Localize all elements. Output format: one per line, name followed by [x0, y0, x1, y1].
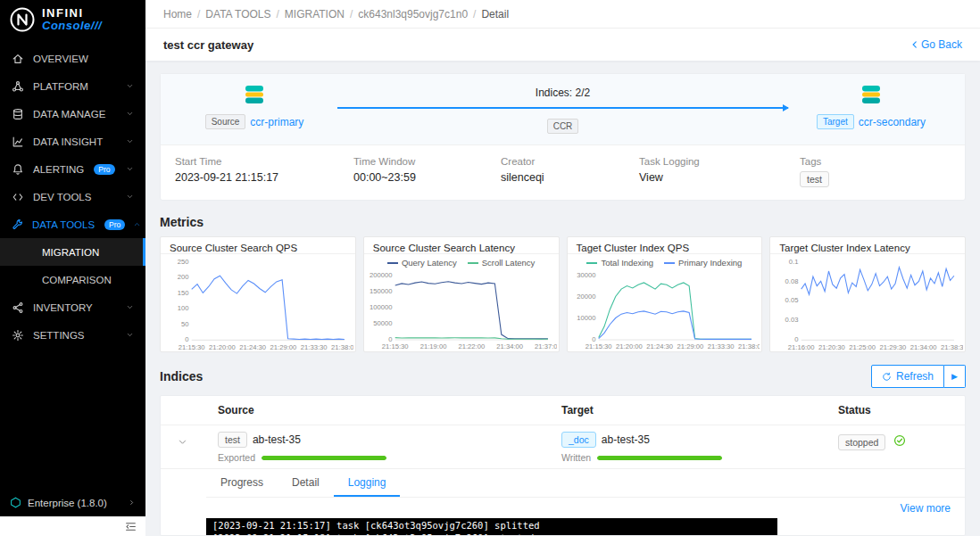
svg-text:21:15:30: 21:15:30 — [179, 343, 205, 351]
sidebar-item-label: ALERTING — [33, 164, 84, 175]
svg-text:21:37:00: 21:37:00 — [535, 343, 557, 351]
svg-text:0: 0 — [794, 335, 798, 343]
row-expand-chevron-icon[interactable] — [178, 434, 187, 450]
run-caret-button[interactable]: ▶ — [944, 365, 966, 388]
chevron-down-icon — [126, 165, 134, 173]
breadcrumb-separator: / — [277, 8, 279, 21]
sidebar-item-data-tools[interactable]: DATA TOOLS Pro — [0, 210, 145, 238]
status-badge: stopped — [838, 434, 885, 450]
svg-text:21:34:00: 21:34:00 — [496, 343, 523, 351]
sidebar-item-dev-tools[interactable]: DEV TOOLS — [0, 183, 145, 210]
svg-text:21:15:30: 21:15:30 — [382, 343, 409, 351]
svg-text:100: 100 — [178, 304, 189, 312]
log-console[interactable]: [2023-09-21 21:15:17] task [ck643ot3q95o… — [206, 518, 777, 535]
svg-text:150: 150 — [178, 289, 189, 297]
tab-progress[interactable]: Progress — [206, 469, 278, 497]
svg-text:20000: 20000 — [577, 293, 595, 301]
sidebar-collapse-bar — [0, 516, 145, 536]
pro-badge: Pro — [94, 164, 114, 175]
svg-text:21:29:30: 21:29:30 — [880, 343, 907, 351]
view-more-link[interactable]: View more — [901, 502, 951, 515]
tab-logging[interactable]: Logging — [334, 469, 401, 497]
database-icon — [12, 107, 25, 120]
indices-table-card: Source Target Status test ab-test-35 — [160, 395, 966, 536]
check-circle-icon — [893, 434, 906, 450]
page-title: test ccr gateway — [163, 38, 253, 52]
sidebar-item-migration[interactable]: MIGRATION — [0, 238, 145, 266]
tab-detail[interactable]: Detail — [278, 469, 334, 497]
go-back-button[interactable]: Go Back — [910, 38, 962, 51]
chart-plot: 05010015020025021:15:3021:20:0021:24:302… — [161, 254, 355, 351]
page-header: test ccr gateway Go Back — [145, 29, 980, 61]
view-logging-link[interactable]: View — [639, 171, 800, 184]
breadcrumb-home[interactable]: Home — [163, 8, 192, 21]
sidebar-item-comparison[interactable]: COMPARISON — [0, 266, 145, 293]
svg-text:21:16:00: 21:16:00 — [788, 343, 815, 351]
chart-title: Source Cluster Search Latency — [364, 237, 559, 254]
chart-plot: 05000010000015000020000021:15:3021:19:00… — [364, 268, 559, 351]
svg-text:21:38:00: 21:38:00 — [331, 343, 353, 351]
sidebar-item-overview[interactable]: OVERVIEW — [0, 45, 145, 72]
svg-text:100000: 100000 — [370, 303, 392, 311]
breadcrumb: Home / DATA TOOLS / MIGRATION / ck643nl3… — [145, 0, 980, 29]
play-icon: ▶ — [951, 372, 958, 381]
refresh-button-group: Refresh ▶ — [871, 365, 966, 388]
svg-text:21:38:30: 21:38:30 — [941, 343, 963, 351]
sidebar-nav: OVERVIEW PLATFORM DATA MANAGE DATA INSIG… — [0, 39, 145, 489]
sidebar-item-platform[interactable]: PLATFORM — [0, 72, 145, 100]
sidebar-item-label: INVENTORY — [33, 302, 93, 313]
sidebar-item-settings[interactable]: SETTINGS — [0, 321, 145, 349]
sidebar-item-data-insight[interactable]: DATA INSIGHT — [0, 128, 145, 155]
infini-logo-icon — [9, 6, 36, 33]
svg-text:21:22:00: 21:22:00 — [458, 343, 485, 351]
chart-plot: 00.030.050.080.121:16:0021:20:3021:25:00… — [770, 254, 965, 351]
metrics-section-title: Metrics — [160, 215, 966, 229]
breadcrumb-separator: / — [197, 8, 200, 21]
table-header: Source Target Status — [161, 396, 965, 425]
info-start-time: Start Time 2023-09-21 21:15:17 — [175, 156, 353, 187]
log-line: [2023-09-21 21:15:18] task [ck643ot3q95o… — [212, 532, 771, 536]
enterprise-version[interactable]: Enterprise (1.8.0) — [0, 489, 145, 516]
svg-text:10000: 10000 — [577, 314, 595, 322]
exported-label: Exported — [218, 452, 255, 463]
sidebar-item-alerting[interactable]: ALERTING Pro — [0, 155, 145, 183]
target-cluster-link[interactable]: ccr-secondary — [859, 116, 926, 128]
chart-icon — [12, 135, 25, 148]
source-cluster: Source ccr-primary — [196, 83, 312, 129]
collapse-menu-icon[interactable] — [125, 521, 137, 532]
home-icon — [12, 52, 25, 65]
chevron-down-icon — [126, 331, 134, 339]
breadcrumb-migration[interactable]: MIGRATION — [285, 8, 345, 21]
indices-progress-label: Indices: 2/2 — [536, 87, 590, 99]
chart-source-search-latency: Source Cluster Search Latency Query Late… — [363, 236, 560, 352]
svg-text:21:38:00: 21:38:00 — [738, 343, 760, 351]
sidebar-item-label: COMPARISON — [42, 275, 112, 285]
column-status: Status — [824, 404, 965, 416]
arrowhead — [783, 104, 789, 111]
main-area: Home / DATA TOOLS / MIGRATION / ck643nl3… — [145, 0, 980, 536]
brand-line1: INFINI — [42, 7, 102, 20]
breadcrumb-task-id[interactable]: ck643nl3q95ovjg7c1n0 — [358, 8, 468, 21]
chart-legend: Total IndexingPrimary Indexing — [568, 254, 762, 268]
breadcrumb-data-tools[interactable]: DATA TOOLS — [205, 8, 270, 21]
brand-logo[interactable]: INFINI Console/// — [0, 0, 145, 39]
sidebar-item-label: OVERVIEW — [33, 54, 88, 64]
chevron-up-icon — [133, 220, 141, 228]
source-cluster-link[interactable]: ccr-primary — [250, 116, 303, 128]
sidebar-item-label: DATA INSIGHT — [33, 136, 103, 147]
breadcrumb-separator: / — [473, 8, 476, 21]
sidebar-item-data-manage[interactable]: DATA MANAGE — [0, 100, 145, 128]
replication-diagram: Source ccr-primary Indices: 2/2 CCR — [161, 74, 965, 144]
row-status-cell: stopped — [824, 432, 965, 463]
source-badge: Source — [205, 114, 246, 129]
chevron-down-icon — [126, 137, 134, 145]
replication-flow: Indices: 2/2 CCR — [312, 83, 813, 134]
chevron-down-icon — [126, 82, 134, 90]
task-info-row: Start Time 2023-09-21 21:15:17 Time Wind… — [161, 144, 965, 200]
refresh-button[interactable]: Refresh — [871, 365, 944, 388]
svg-text:0.08: 0.08 — [785, 277, 799, 285]
sidebar-item-inventory[interactable]: INVENTORY — [0, 293, 145, 321]
chart-legend: Query LatencyScroll Latency — [364, 254, 559, 268]
shield-icon — [10, 497, 21, 508]
detail-tabs: Progress Detail Logging — [206, 469, 965, 498]
